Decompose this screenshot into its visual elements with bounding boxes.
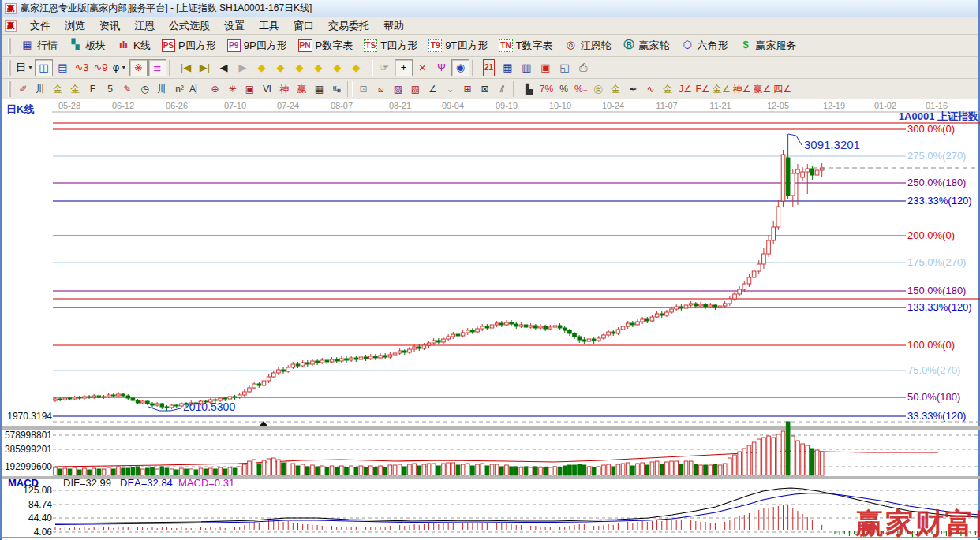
span-measure-button[interactable]: ↹ [328, 81, 345, 97]
calendar-button[interactable]: 21 [480, 59, 498, 76]
angle-lines-button[interactable]: ∠ [425, 81, 441, 97]
grid-plus-button[interactable]: ⊞ [459, 81, 476, 97]
zoom-fit-button[interactable]: ◆ [347, 59, 365, 76]
hist-pct-button[interactable]: ▙ [521, 81, 537, 97]
menu-item-0[interactable]: 文件 [23, 17, 58, 35]
gold-flat-button[interactable]: 金 [660, 81, 676, 97]
v-lines-button[interactable]: ⌄ [442, 81, 458, 97]
pct-lines-button[interactable]: %₌ [573, 81, 589, 97]
shen-ruler-button[interactable]: 神 [276, 81, 293, 97]
toolbar-button-hexagon[interactable]: ⬡六角形 [676, 37, 733, 54]
menu-item-5[interactable]: 设置 [217, 17, 252, 35]
toolbar-button-sectors[interactable]: ▚板块 [64, 37, 110, 54]
crosshair-button[interactable]: + [395, 59, 413, 76]
toolbar-button-winner-service[interactable]: $赢家服务 [735, 37, 802, 54]
erase-line-button[interactable]: ⨯ [413, 59, 432, 76]
a-line-button[interactable]: A⎸ [189, 81, 206, 97]
f-ruler-button[interactable]: F [84, 81, 101, 97]
wheel-2-button[interactable]: ▣ [241, 81, 258, 97]
gann-pen-button[interactable]: ✐ [15, 81, 32, 97]
angle-gold-button[interactable]: 金∠ [712, 81, 731, 97]
pct-button[interactable]: % [555, 81, 572, 97]
period-day-button[interactable]: 日▼ [15, 59, 34, 76]
toolbar-button-p-number-table[interactable]: PNP数字表 [294, 37, 358, 54]
pan-hand-button[interactable]: ☞ [376, 59, 394, 76]
info-list-button[interactable]: ▤ [54, 59, 72, 76]
chart-window-button[interactable]: ◫ [35, 59, 53, 76]
calculator-button[interactable]: ▦ [499, 59, 517, 76]
toolbar-button-9p-square[interactable]: P99P四方形 [223, 37, 292, 54]
menu-item-2[interactable]: 资讯 [92, 17, 127, 35]
menu-item-8[interactable]: 交易委托 [321, 17, 376, 35]
wave-3-button[interactable]: ∿3 [73, 59, 91, 76]
menu-item-9[interactable]: 帮助 [376, 17, 411, 35]
toolbar-button-gann-wheel[interactable]: ◎江恩轮 [559, 37, 616, 54]
notes-button[interactable]: ▥ [518, 59, 536, 76]
ruler-2-button[interactable]: 卅 [154, 81, 170, 97]
tool-purple-button[interactable]: Ψ [432, 59, 451, 76]
ying-ruler-button[interactable]: 赢 [294, 81, 310, 97]
num-grid-button[interactable]: ▦ [311, 81, 327, 97]
title-bar[interactable]: 赢 赢家江恩专业版[赢家内部服务平台] - [上证指数 SH1A0001-167… [2, 0, 978, 17]
brush-button[interactable]: ✒ [625, 81, 641, 97]
save-button[interactable]: ▣ [537, 59, 555, 76]
a-wave-button[interactable]: ∿ [642, 81, 659, 97]
wave-9-button[interactable]: ∿9 [92, 59, 110, 76]
chart-svg[interactable]: 05-2806-1206-2607-1007-2408-0708-2109-04… [2, 99, 980, 540]
print-button[interactable]: ⎙ [574, 59, 593, 76]
vi-mark-button[interactable]: Ⅵ [259, 81, 275, 97]
export-button[interactable]: ◱ [555, 59, 574, 76]
toolbar-grip[interactable] [8, 60, 11, 76]
gold-lines-button[interactable]: 金 [608, 81, 624, 97]
menu-item-6[interactable]: 工具 [252, 17, 286, 35]
draw-mark-button[interactable]: ※ [129, 59, 148, 76]
grid-x-button[interactable]: ⊠ [477, 81, 493, 97]
toolbar-grip[interactable] [8, 81, 11, 97]
color-hist-button[interactable]: ≣ [148, 59, 166, 76]
toolbar-button-p-square[interactable]: PSP四方形 [157, 37, 221, 54]
gold-ruler-2-button[interactable]: 金 [67, 81, 84, 97]
box-tool-button[interactable]: ⊡ [355, 81, 372, 97]
pct-7-button[interactable]: 7% [538, 81, 555, 97]
menu-item-7[interactable]: 窗口 [286, 17, 321, 35]
toolbar-button-t-square[interactable]: TST四方形 [359, 37, 422, 54]
fan-box-2-button[interactable]: ▧ [407, 81, 424, 97]
gold-circle-button[interactable]: ㊎ [590, 81, 607, 97]
compass-button[interactable]: ⊕ [207, 81, 223, 97]
angle-si-button[interactable]: 四∠ [772, 81, 792, 97]
toolbar-button-quotes[interactable]: ▦行情 [16, 37, 62, 54]
fan-box-1-button[interactable]: ▨ [390, 81, 406, 97]
go-next-button[interactable]: ▶ [234, 59, 252, 76]
five-ruler-button[interactable]: 5 [102, 81, 118, 97]
candle-style-button[interactable]: φ▼ [110, 59, 129, 76]
menu-item-1[interactable]: 浏览 [58, 17, 92, 35]
tool-brain-button[interactable]: ◉ [451, 59, 469, 76]
shift-right-button[interactable]: ◆ [271, 59, 290, 76]
go-prev-button[interactable]: ◀ [215, 59, 233, 76]
angle-f-button[interactable]: F∠ [694, 81, 711, 97]
zoom-h-button[interactable]: ◆ [290, 59, 309, 76]
go-first-button[interactable]: |◀ [177, 59, 195, 76]
angle-shen-button[interactable]: 神∠ [732, 81, 752, 97]
parallel-button[interactable]: ⫽ [494, 81, 511, 97]
go-last-button[interactable]: ▶| [196, 59, 214, 76]
pen-2-button[interactable]: ✎ [119, 81, 136, 97]
angle-j-button[interactable]: J∠ [677, 81, 694, 97]
toolbar-button-9t-square[interactable]: T99T四方形 [424, 37, 492, 54]
zoom-out-button[interactable]: ◆ [328, 59, 346, 76]
chart-area[interactable]: 05-2806-1206-2607-1007-2408-0708-2109-04… [2, 99, 978, 540]
menu-item-4[interactable]: 公式选股 [162, 17, 217, 35]
toolbar-button-winner-wheel[interactable]: Ⓑ赢家轮 [618, 37, 675, 54]
fan-red-button[interactable]: ⧅ [372, 81, 389, 97]
toolbar-button-t-number-table[interactable]: TNT数字表 [494, 37, 557, 54]
toolbar-button-kline[interactable]: ılıK线 [112, 37, 155, 54]
ruler-button[interactable]: 卅 [32, 81, 49, 97]
gold-ruler-1-button[interactable]: 金 [50, 81, 66, 97]
time-cycle-button[interactable]: ◷ [137, 81, 153, 97]
angle-ying-button[interactable]: 赢∠ [753, 81, 772, 97]
shift-left-button[interactable]: ◆ [252, 59, 271, 76]
menu-item-3[interactable]: 江恩 [127, 17, 162, 35]
toolbar-grip[interactable] [8, 38, 11, 54]
n-square-button[interactable]: n² [171, 81, 188, 97]
wheel-1-button[interactable]: ✳ [224, 81, 241, 97]
